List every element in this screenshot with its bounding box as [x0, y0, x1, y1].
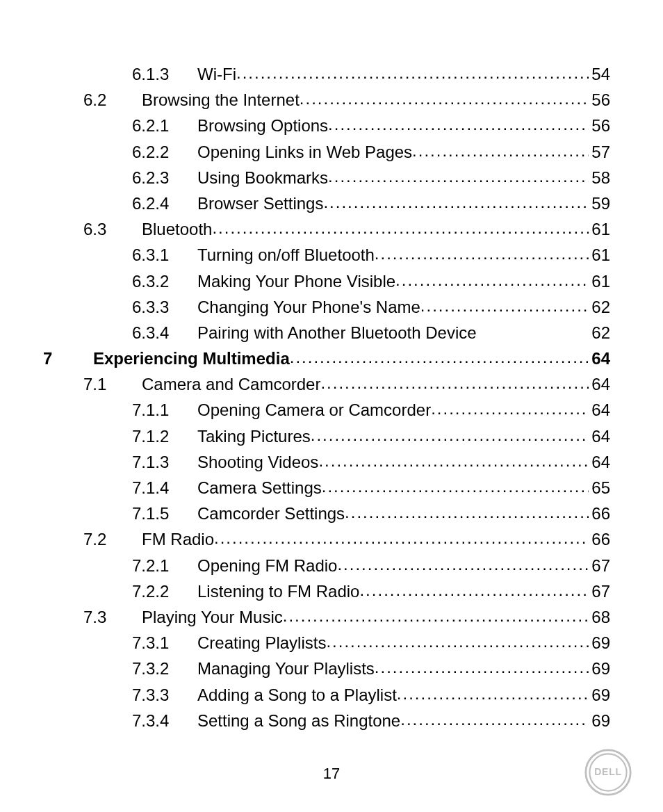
- toc-entry-title: Opening FM Radio: [197, 553, 337, 578]
- toc-entry-page: 69: [589, 682, 610, 708]
- toc-entry-number: 7.1.1: [132, 397, 197, 423]
- toc-entry-leader: [412, 138, 589, 163]
- toc-entry[interactable]: 7.1.4Camera Settings65: [43, 475, 610, 501]
- toc-entry-leader: [311, 422, 589, 448]
- toc-entry[interactable]: 7.3Playing Your Music68: [43, 604, 610, 630]
- toc-entry-number: 7.3.4: [132, 708, 197, 733]
- toc-entry-number: 7.3: [83, 604, 142, 630]
- toc-entry-number: 7.3.2: [132, 656, 197, 681]
- toc-entry-number: 6.3.3: [132, 294, 197, 320]
- toc-entry-page: 66: [589, 526, 610, 552]
- toc-entry[interactable]: 6.2.1Browsing Options56: [43, 113, 610, 138]
- toc-entry-title: Bluetooth: [142, 216, 212, 242]
- dell-logo-text: DELL: [594, 766, 621, 777]
- toc-entry-leader: [322, 473, 589, 499]
- toc-entry[interactable]: 7.3.4Setting a Song as Ringtone69: [43, 708, 610, 733]
- toc-entry[interactable]: 7.1.1Opening Camera or Camcorder64: [43, 397, 610, 423]
- toc-entry[interactable]: 6.3.4Pairing with Another Bluetooth Devi…: [43, 320, 610, 346]
- toc-entry-number: 7.3.1: [132, 630, 197, 656]
- toc-entry-title: Making Your Phone Visible: [197, 268, 395, 294]
- toc-entry-title: Camera and Camcorder: [142, 371, 320, 397]
- toc-entry-title: Adding a Song to a Playlist: [197, 682, 397, 708]
- toc-entry[interactable]: 7.1.2Taking Pictures64: [43, 423, 610, 449]
- toc-entry[interactable]: 7.1Camera and Camcorder64: [43, 371, 610, 397]
- toc-entry-page: 66: [589, 501, 610, 526]
- toc-entry-title: Pairing with Another Bluetooth Device: [197, 320, 477, 346]
- toc-entry-page: 64: [589, 346, 610, 371]
- toc-entry-title: Camera Settings: [197, 475, 322, 501]
- toc-entry-page: 69: [589, 708, 610, 733]
- toc-entry-title: Changing Your Phone's Name: [197, 294, 420, 320]
- toc-entry-leader: [337, 551, 589, 577]
- toc-entry-leader: [328, 111, 589, 137]
- toc-entry-number: 7.1.5: [132, 501, 197, 526]
- toc-entry-number: 6.2.2: [132, 139, 197, 165]
- page: 6.1.3Wi-Fi546.2Browsing the Internet566.…: [0, 0, 663, 812]
- toc-entry[interactable]: 6.2.4Browser Settings59: [43, 190, 610, 216]
- toc-entry-page: 65: [589, 475, 610, 501]
- toc-entry-leader: [326, 628, 589, 654]
- toc-entry-title: Using Bookmarks: [197, 165, 328, 190]
- toc-entry-page: 67: [589, 578, 610, 604]
- toc-entry[interactable]: 6.3.2Making Your Phone Visible61: [43, 268, 610, 294]
- toc-entry-title: Creating Playlists: [197, 630, 326, 656]
- toc-entry[interactable]: 7.2.2Listening to FM Radio67: [43, 578, 610, 604]
- toc-entry-leader: [236, 60, 589, 86]
- toc-entry-number: 7.1: [83, 371, 142, 397]
- toc-entry-page: 64: [589, 371, 610, 397]
- toc-entry-leader: [328, 163, 589, 189]
- toc-entry[interactable]: 7.3.3Adding a Song to a Playlist69: [43, 682, 610, 708]
- toc-entry-number: 6.3.4: [132, 320, 197, 346]
- toc-entry-leader: [283, 603, 589, 628]
- toc-entry-page: 64: [589, 423, 610, 449]
- toc-entry-number: 6.3.1: [132, 242, 197, 268]
- toc-entry[interactable]: 6.2.2Opening Links in Web Pages57: [43, 139, 610, 165]
- toc-entry-leader: [431, 396, 589, 421]
- toc-entry-number: 6.2.4: [132, 190, 197, 216]
- toc-entry[interactable]: 6.3.1Turning on/off Bluetooth61: [43, 242, 610, 268]
- toc-entry[interactable]: 7.3.1Creating Playlists69: [43, 630, 610, 656]
- toc-entry-title: Playing Your Music: [142, 604, 283, 630]
- toc-entry-number: 6.2.1: [132, 113, 197, 138]
- toc-entry-leader: [320, 370, 589, 396]
- toc-entry-title: Opening Camera or Camcorder: [197, 397, 431, 423]
- toc-entry-number: 6.2: [83, 87, 142, 113]
- toc-entry-leader: [290, 344, 589, 370]
- toc-entry[interactable]: 7.3.2Managing Your Playlists69: [43, 656, 610, 681]
- toc-entry-title: Turning on/off Bluetooth: [197, 242, 375, 268]
- toc-entry[interactable]: 6.3Bluetooth61: [43, 216, 610, 242]
- toc-entry[interactable]: 6.2Browsing the Internet56: [43, 87, 610, 113]
- toc-entry-number: 7.1.3: [132, 449, 197, 475]
- toc-entry-title: Shooting Videos: [197, 449, 318, 475]
- toc-entry[interactable]: 7.2.1Opening FM Radio67: [43, 553, 610, 578]
- toc-entry-title: Listening to FM Radio: [197, 578, 359, 604]
- toc-entry-title: Browsing Options: [197, 113, 328, 138]
- toc-entry-number: 6.2.3: [132, 165, 197, 190]
- toc-entry-page: 68: [589, 604, 610, 630]
- toc-entry[interactable]: 7.2FM Radio66: [43, 526, 610, 552]
- toc-entry-number: 7: [43, 346, 93, 371]
- table-of-contents: 6.1.3Wi-Fi546.2Browsing the Internet566.…: [43, 61, 610, 733]
- toc-entry-leader: [359, 577, 589, 603]
- toc-entry-leader: [375, 654, 589, 680]
- toc-entry-title: Camcorder Settings: [197, 501, 345, 526]
- toc-entry[interactable]: 6.2.3Using Bookmarks58: [43, 165, 610, 190]
- toc-entry-number: 6.1.3: [132, 61, 197, 87]
- page-number: 17: [0, 762, 663, 786]
- toc-entry-page: 56: [589, 113, 610, 138]
- toc-entry-page: 54: [589, 61, 610, 87]
- toc-entry-page: 64: [589, 397, 610, 423]
- toc-entry[interactable]: 7.1.5Camcorder Settings66: [43, 501, 610, 526]
- toc-entry-leader: [375, 241, 589, 266]
- toc-entry[interactable]: 6.1.3Wi-Fi54: [43, 61, 610, 87]
- toc-entry[interactable]: 6.3.3Changing Your Phone's Name62: [43, 294, 610, 320]
- toc-entry-page: 69: [589, 630, 610, 656]
- toc-entry-leader: [400, 706, 589, 732]
- toc-entry-number: 7.3.3: [132, 682, 197, 708]
- toc-entry[interactable]: 7Experiencing Multimedia64: [43, 346, 610, 371]
- toc-entry-page: 58: [589, 165, 610, 190]
- toc-entry[interactable]: 7.1.3Shooting Videos64: [43, 449, 610, 475]
- toc-entry-leader: [300, 86, 589, 111]
- toc-entry-page: 64: [589, 449, 610, 475]
- toc-entry-title: Browsing the Internet: [142, 87, 300, 113]
